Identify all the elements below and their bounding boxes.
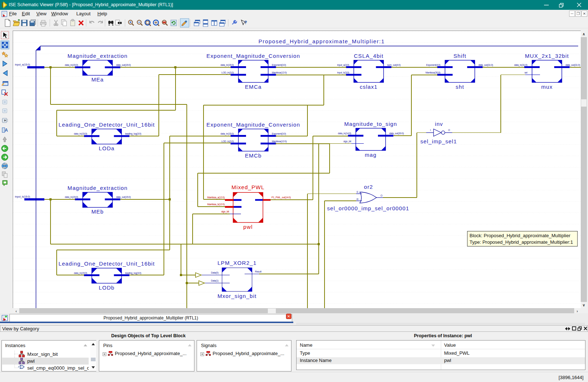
svg-text:A: A xyxy=(5,128,8,133)
svg-text:pwl: pwl xyxy=(243,224,253,230)
svg-text:MEa: MEa xyxy=(91,76,104,83)
svg-text:Type: Proposed_Hybrid_approxim: Type: Proposed_Hybrid_approximate_Multip… xyxy=(470,239,573,245)
svg-text:I1: I1 xyxy=(357,191,359,193)
svg-text:data_in(15:0): data_in(15:0) xyxy=(65,64,78,67)
svg-text:LPM_XOR2_1: LPM_XOR2_1 xyxy=(217,260,257,266)
svg-text:cslax1: cslax1 xyxy=(360,84,378,90)
svg-text:Magnitude_to_sign: Magnitude_to_sign xyxy=(344,121,397,127)
svg-text:LOD_in(3:0): LOD_in(3:0) xyxy=(221,140,234,143)
svg-text:sign_bit: sign_bit xyxy=(221,210,229,213)
svg-text:sel_or0000_imp_sel_or00001: sel_or0000_imp_sel_or00001 xyxy=(327,205,409,211)
svg-text:input_b(3:0): input_b(3:0) xyxy=(337,71,349,74)
svg-text:mag: mag xyxy=(365,152,376,158)
svg-text:data_out(15:0): data_out(15:0) xyxy=(116,196,131,199)
svg-text:LODa: LODa xyxy=(99,145,115,151)
svg-text:Mantissa(12:0): Mantissa(12:0) xyxy=(272,71,287,74)
svg-text:mux: mux xyxy=(541,84,553,90)
svg-text:data_in(15:0): data_in(15:0) xyxy=(221,132,234,135)
svg-text:I0: I0 xyxy=(357,198,359,200)
svg-text:Exponent(4:0): Exponent(4:0) xyxy=(426,64,440,67)
svg-text:data_in(15:0): data_in(15:0) xyxy=(221,64,234,67)
svg-text:Exponent_Magnitude_Conversion: Exponent_Magnitude_Conversion xyxy=(206,53,300,59)
svg-text:pwl: pwl xyxy=(27,358,35,364)
svg-text:Magnitude_extraction: Magnitude_extraction xyxy=(68,53,128,59)
svg-text:sel_imp_sel1: sel_imp_sel1 xyxy=(420,138,457,144)
svg-text:sign_bit: sign_bit xyxy=(343,140,351,143)
svg-text:Mantissa(30:0): Mantissa(30:0) xyxy=(426,71,440,74)
svg-text:Exponent(3:0): Exponent(3:0) xyxy=(272,64,286,67)
svg-text:EMCa: EMCa xyxy=(245,84,262,90)
svg-text:LOD_in(3:0): LOD_in(3:0) xyxy=(221,71,234,74)
svg-text:Data(1): Data(1) xyxy=(211,279,218,282)
svg-text:or2: or2 xyxy=(364,184,373,190)
svg-text:data_in(15:0): data_in(15:0) xyxy=(74,272,87,275)
svg-text:Mantissa(12:0): Mantissa(12:0) xyxy=(272,140,287,143)
svg-text:input_a(15:0): input_a(15:0) xyxy=(15,63,30,66)
svg-text:Leading_One_Detector_Unit_16bi: Leading_One_Detector_Unit_16bit xyxy=(59,122,155,128)
svg-text:sht: sht xyxy=(456,84,464,90)
svg-text:data_out(30:0): data_out(30:0) xyxy=(389,132,404,135)
svg-text:leading_log(3:0): leading_log(3:0) xyxy=(125,272,141,275)
svg-text:Result: Result xyxy=(255,270,262,273)
svg-text:input_a(3:0): input_a(3:0) xyxy=(337,64,349,67)
svg-text:O: O xyxy=(380,194,382,197)
svg-text:leading_log(3:0): leading_log(3:0) xyxy=(125,132,141,135)
svg-text:Proposed_Hybrid_approximate_..: Proposed_Hybrid_approximate_... xyxy=(115,351,186,356)
svg-text:data_in(15:0): data_in(15:0) xyxy=(74,132,87,135)
svg-text:Magnitude_extraction: Magnitude_extraction xyxy=(68,185,128,191)
svg-text:data_in(15:0): data_in(15:0) xyxy=(65,196,78,199)
svg-text:Block: Proposed_Hybrid_approxi: Block: Proposed_Hybrid_approximate_Multi… xyxy=(470,233,571,238)
svg-text:data_in(14:0): data_in(14:0) xyxy=(338,132,351,135)
svg-text:?: ? xyxy=(244,20,247,25)
svg-text:Mantissa_b(12:0): Mantissa_b(12:0) xyxy=(207,203,225,206)
svg-text:CSLA_4bit: CSLA_4bit xyxy=(354,53,384,59)
svg-text:data_out(15:0): data_out(15:0) xyxy=(116,64,131,67)
svg-text:O: O xyxy=(448,129,450,131)
svg-text:Proposed_Hybrid_approximate_..: Proposed_Hybrid_approximate_... xyxy=(213,351,284,356)
svg-text:data_in(31:0): data_in(31:0) xyxy=(514,64,527,67)
svg-text:sum_out(4:0): sum_out(4:0) xyxy=(387,64,400,67)
svg-text:Exponent_Magnitude_Conversion: Exponent_Magnitude_Conversion xyxy=(206,122,300,128)
svg-text:Exponent(3:0): Exponent(3:0) xyxy=(272,132,286,135)
svg-text:Shift: Shift xyxy=(454,53,467,59)
svg-text:Data(0): Data(0) xyxy=(211,271,218,274)
svg-text:Mxor_sign_bit: Mxor_sign_bit xyxy=(217,293,257,299)
svg-text:MEb: MEb xyxy=(91,208,104,215)
svg-text:data_out(31:0): data_out(31:0) xyxy=(565,64,580,67)
svg-text:EMCb: EMCb xyxy=(245,152,262,159)
svg-text:input_b(15:0): input_b(15:0) xyxy=(15,195,30,198)
svg-text:MUX_2x1_32bit: MUX_2x1_32bit xyxy=(525,53,569,59)
svg-text:Mantissa_a(12:0): Mantissa_a(12:0) xyxy=(207,196,225,199)
svg-text:P1_PWL_out(14:0): P1_PWL_out(14:0) xyxy=(271,196,291,199)
svg-text:data_out(31:0): data_out(31:0) xyxy=(479,64,493,67)
svg-text:Leading_One_Detector_Unit_16bi: Leading_One_Detector_Unit_16bit xyxy=(59,260,155,267)
svg-text:LODb: LODb xyxy=(99,284,115,291)
svg-text:Mixed_PWL: Mixed_PWL xyxy=(231,184,265,190)
svg-text:sel_cmp_eq0000_imp_sel_c...: sel_cmp_eq0000_imp_sel_c... xyxy=(27,365,89,371)
svg-text:sel: sel xyxy=(524,71,528,74)
svg-text:Proposed_Hybrid_approximate_Mu: Proposed_Hybrid_approximate_Multiplier:1 xyxy=(258,38,385,44)
svg-text:inv: inv xyxy=(435,121,443,127)
svg-text:Mxor_sign_bit: Mxor_sign_bit xyxy=(27,351,58,357)
